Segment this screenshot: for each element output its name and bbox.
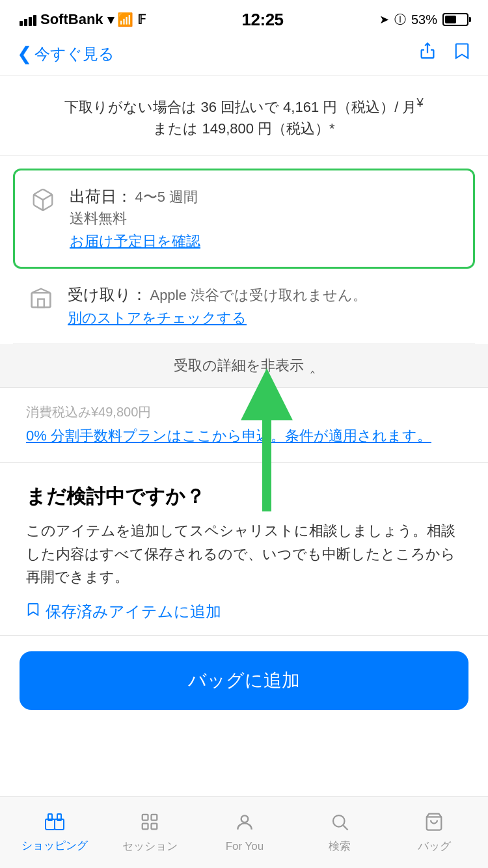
shipping-date-link[interactable]: お届け予定日を確認 — [70, 232, 200, 251]
foryou-icon — [234, 812, 255, 837]
thinking-desc: このアイテムを追加してスペシャリストに相談しましょう。相談した内容はすべて保存さ… — [26, 519, 462, 588]
bookmark-blue-icon — [26, 602, 40, 621]
lock-icon: Ⓘ — [394, 12, 406, 27]
tab-bar-spacer — [0, 726, 488, 797]
content-with-arrow: 消費税込み¥49,800円 0% 分割手数料プランはここから申込。条件が適用され… — [0, 388, 488, 463]
box-icon — [31, 187, 57, 218]
tab-session-label: セッション — [122, 839, 178, 854]
pickup-title: 受け取り： — [68, 286, 147, 303]
nav-bar: ❮ 今すぐ見る — [0, 35, 488, 75]
tab-shopping-label: ショッピング — [21, 838, 88, 853]
pickup-content: 受け取り： Apple 渋谷では受け取れません。 別のストアをチェックする — [68, 284, 367, 328]
add-to-bag-button[interactable]: バッグに追加 — [20, 651, 468, 710]
status-left: SoftBank ▾︎ 📶 𝔽 — [20, 11, 146, 28]
green-arrow — [221, 368, 312, 511]
nav-back-button[interactable]: ❮ 今すぐ見る — [17, 43, 115, 64]
shopping-icon — [44, 813, 65, 835]
search-icon — [330, 812, 349, 836]
signal-bars-icon — [20, 13, 36, 26]
location-icon: ➤ — [379, 12, 389, 27]
svg-point-15 — [241, 815, 249, 822]
pickup-store-link[interactable]: 別のストアをチェックする — [68, 308, 367, 328]
tab-foryou-label: For You — [226, 840, 264, 853]
nav-back-label: 今すぐ見る — [34, 44, 115, 64]
svg-point-16 — [333, 815, 345, 827]
share-button[interactable] — [418, 42, 437, 66]
svg-rect-14 — [152, 823, 157, 829]
nav-actions — [418, 42, 471, 66]
main-content: 下取りがない場合は 36 回払いで 4,161 円（税込）/ 月¥または 149… — [0, 75, 488, 726]
bookmark-button[interactable] — [453, 42, 471, 66]
tab-bag[interactable]: バッグ — [401, 812, 467, 854]
tab-search[interactable]: 検索 — [307, 812, 372, 854]
tab-bar: ショッピング セッション For You 検索 — [0, 796, 488, 868]
pickup-section: 受け取り： Apple 渋谷では受け取れません。 別のストアをチェックする — [13, 269, 475, 344]
status-bar: SoftBank ▾︎ 📶 𝔽 12:25 ➤ Ⓘ 53% — [0, 0, 488, 35]
battery-percent: 53% — [411, 12, 437, 27]
tab-foryou[interactable]: For You — [212, 812, 277, 853]
status-right: ➤ Ⓘ 53% — [379, 12, 468, 27]
tab-bag-label: バッグ — [418, 839, 451, 854]
svg-line-17 — [343, 825, 347, 830]
bag-icon — [424, 812, 444, 836]
tab-shopping[interactable]: ショッピング — [21, 813, 88, 853]
svg-rect-11 — [142, 814, 148, 820]
save-label: 保存済みアイテムに追加 — [46, 601, 221, 622]
chevron-left-icon: ❮ — [17, 43, 32, 64]
price-info: 下取りがない場合は 36 回払いで 4,161 円（税込）/ 月¥または 149… — [0, 75, 488, 156]
store-icon — [29, 286, 55, 316]
add-to-bag-section: バッグに追加 — [0, 636, 488, 726]
shipping-title: 出荷日： — [70, 187, 132, 205]
shipping-content: 出荷日： 4〜5 週間 送料無料 お届け予定日を確認 — [70, 186, 200, 251]
battery-fill — [445, 16, 456, 23]
svg-rect-13 — [142, 823, 148, 829]
price-text: 下取りがない場合は 36 回払いで 4,161 円（税込）/ 月¥または 149… — [64, 99, 423, 137]
status-time: 12:25 — [242, 10, 284, 30]
tab-search-label: 検索 — [329, 839, 351, 854]
svg-rect-1 — [32, 293, 51, 307]
tab-session[interactable]: セッション — [117, 812, 182, 854]
battery-icon — [442, 13, 468, 26]
shipping-free: 送料無料 — [70, 210, 127, 226]
wifi-symbol: 𝔽 — [137, 12, 146, 27]
shipping-section: 出荷日： 4〜5 週間 送料無料 お届け予定日を確認 — [13, 169, 475, 269]
carrier-name: SoftBank — [40, 11, 103, 28]
svg-rect-12 — [152, 814, 157, 820]
svg-rect-2 — [38, 299, 44, 308]
shipping-weeks: 4〜5 週間 — [135, 189, 198, 205]
save-link[interactable]: 保存済みアイテムに追加 — [26, 601, 462, 622]
wifi-icon: ▾︎ 📶 — [107, 12, 134, 27]
session-icon — [140, 812, 159, 836]
svg-marker-6 — [241, 368, 293, 420]
pickup-unavailable: Apple 渋谷では受け取れません。 — [150, 287, 366, 303]
